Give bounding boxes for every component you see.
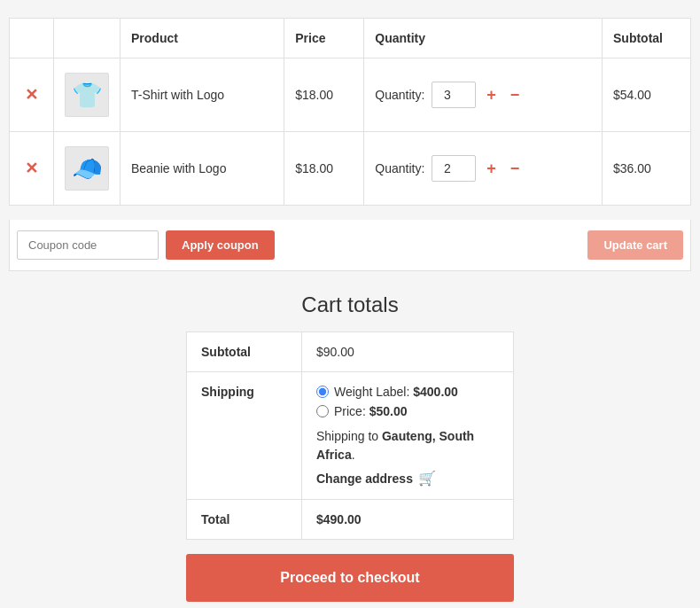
product-thumbnail-2: 🧢 — [65, 146, 109, 191]
shipping-price-label: Price: $50.00 — [334, 404, 408, 418]
change-address[interactable]: Change address 🛒 — [316, 470, 499, 487]
col-header-thumb — [54, 19, 121, 58]
shipping-options-cell: Weight Label: $400.00 Price: $50.00 Ship… — [302, 372, 514, 500]
coupon-input[interactable] — [17, 230, 159, 260]
product-thumbnail-1: 👕 — [65, 73, 109, 117]
remove-button-1[interactable]: ✕ — [25, 87, 38, 103]
product-name-cell-2: Beanie with Logo — [121, 132, 284, 206]
totals-table: Subtotal $90.00 Shipping Weight Label: $… — [186, 331, 514, 540]
coupon-left: Apply coupon — [17, 230, 275, 260]
shipping-weight-label: Weight Label: $400.00 — [334, 385, 458, 399]
checkout-button[interactable]: Proceed to checkout — [186, 554, 514, 602]
shipping-to: Shipping to Gauteng, South Africa. — [316, 427, 499, 464]
total-row: Total $490.00 — [187, 500, 514, 540]
change-address-label[interactable]: Change address — [316, 472, 413, 486]
shipping-location: Gauteng, South Africa — [316, 429, 474, 462]
subtotal-cell-2: $36.00 — [603, 132, 691, 206]
shipping-label: Shipping — [187, 372, 302, 500]
shipping-option-price: Price: $50.00 — [316, 404, 499, 418]
table-row: ✕ 🧢 Beanie with Logo $18.00 Quantity: — [10, 132, 691, 206]
cart-table: Product Price Quantity Subtotal ✕ 👕 T-Sh… — [9, 18, 691, 206]
beanie-icon: 🧢 — [72, 154, 103, 183]
apply-coupon-button[interactable]: Apply coupon — [166, 230, 275, 260]
page-container: Product Price Quantity Subtotal ✕ 👕 T-Sh… — [9, 18, 691, 602]
shipping-to-text: Shipping to Gauteng, South Africa. — [316, 429, 474, 462]
qty-minus-2[interactable]: − — [507, 160, 524, 176]
subtotal-1: $54.00 — [613, 88, 651, 102]
qty-minus-1[interactable]: − — [507, 87, 524, 103]
col-header-remove — [10, 19, 54, 58]
cart-totals-title: Cart totals — [301, 292, 398, 317]
total-value: $490.00 — [302, 500, 514, 540]
shipping-radio-weight[interactable] — [316, 386, 329, 398]
qty-cell-2: Quantity: + − — [364, 132, 603, 206]
qty-input-2[interactable] — [432, 155, 476, 182]
product-name-cell-1: T-Shirt with Logo — [121, 58, 284, 132]
thumb-cell-2: 🧢 — [54, 132, 121, 206]
thumb-cell-1: 👕 — [54, 58, 121, 132]
qty-plus-2[interactable]: + — [483, 160, 500, 176]
subtotal-2: $36.00 — [613, 161, 651, 175]
price-cell-2: $18.00 — [284, 132, 364, 206]
col-header-subtotal: Subtotal — [603, 19, 691, 58]
price-cell-1: $18.00 — [284, 58, 364, 132]
shipping-price-amount: $50.00 — [369, 404, 408, 418]
product-name-1: T-Shirt with Logo — [131, 88, 224, 102]
remove-cell-2: ✕ — [10, 132, 54, 206]
total-label: Total — [187, 500, 302, 540]
tshirt-icon: 👕 — [72, 81, 103, 110]
qty-plus-1[interactable]: + — [483, 87, 500, 103]
price-1: $18.00 — [295, 88, 333, 102]
product-name-2: Beanie with Logo — [131, 161, 226, 175]
remove-cell-1: ✕ — [10, 58, 54, 132]
col-header-quantity: Quantity — [364, 19, 603, 58]
shipping-row: Shipping Weight Label: $400.00 Price: $5… — [187, 372, 514, 500]
remove-button-2[interactable]: ✕ — [25, 160, 38, 176]
qty-label-2: Quantity: — [375, 161, 424, 175]
col-header-price: Price — [284, 19, 364, 58]
qty-input-1[interactable] — [432, 82, 476, 108]
cart-icon: 🛒 — [418, 470, 436, 487]
table-row: ✕ 👕 T-Shirt with Logo $18.00 Quantity: — [10, 58, 691, 132]
update-cart-button[interactable]: Update cart — [587, 230, 683, 260]
shipping-weight-amount: $400.00 — [413, 385, 458, 399]
qty-label-1: Quantity: — [375, 88, 424, 102]
subtotal-row: Subtotal $90.00 — [187, 332, 514, 372]
qty-cell-1: Quantity: + − — [364, 58, 603, 132]
shipping-radio-price[interactable] — [316, 405, 329, 417]
col-header-product: Product — [121, 19, 284, 58]
subtotal-cell-1: $54.00 — [603, 58, 691, 132]
subtotal-label: Subtotal — [187, 332, 302, 372]
coupon-row: Apply coupon Update cart — [9, 220, 691, 271]
subtotal-value: $90.00 — [302, 332, 514, 372]
cart-totals-section: Cart totals Subtotal $90.00 Shipping Wei… — [9, 292, 691, 602]
shipping-option-weight: Weight Label: $400.00 — [316, 385, 499, 399]
price-2: $18.00 — [295, 161, 333, 175]
